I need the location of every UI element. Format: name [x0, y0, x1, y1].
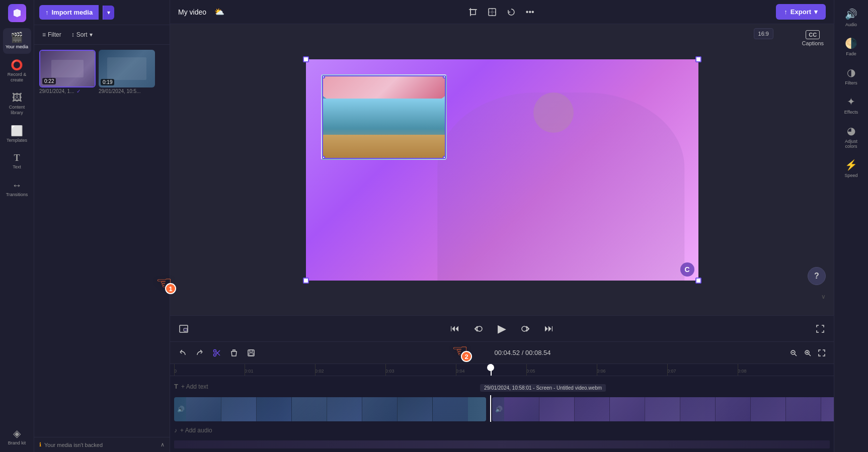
filters-panel-icon: ◑ — [847, 66, 855, 78]
crop-button[interactable] — [465, 5, 481, 20]
frame-2 — [221, 397, 257, 421]
cut-button[interactable] — [210, 346, 223, 359]
forward-button[interactable] — [517, 321, 533, 337]
right-panel-speed[interactable]: ⚡ Speed — [837, 155, 865, 182]
right-panel-audio[interactable]: 🔊 Audio — [837, 4, 865, 31]
undo-button[interactable] — [176, 346, 189, 359]
pip-image[interactable] — [321, 74, 447, 160]
player-left-controls — [176, 321, 191, 336]
aspect-ratio-button[interactable]: 16:9 — [754, 28, 773, 39]
zoom-out-button[interactable] — [787, 347, 800, 359]
project-title: My video — [178, 8, 206, 16]
redo-button[interactable] — [193, 346, 206, 359]
timeline-tracks: T + Add text 29/01/2024, 10:58:01 - Scre… — [170, 376, 834, 452]
app-logo[interactable] — [8, 4, 26, 22]
filter-label: Filter — [48, 31, 61, 38]
right-panel-fade[interactable]: 🌗 Fade — [837, 33, 865, 60]
effects-panel-icon: ✦ — [847, 96, 855, 108]
ruler-line-1 — [245, 364, 245, 376]
sidebar-item-transitions[interactable]: ↔ Transitions — [3, 176, 31, 202]
sidebar-item-templates[interactable]: ⬜ Templates — [3, 122, 31, 147]
filter-button[interactable]: ≡ Filter — [39, 29, 64, 40]
svg-line-21 — [795, 354, 797, 356]
media-panel: ↑ Import media ▾ ≡ Filter ↕ Sort ▾ — [34, 0, 170, 452]
sort-button[interactable]: ↕ Sort ▾ — [68, 29, 96, 40]
audio-panel-icon: 🔊 — [845, 8, 857, 20]
zoom-in-button[interactable] — [802, 347, 814, 359]
add-text-label: + Add text — [181, 383, 208, 390]
right-panel-adjust-colors[interactable]: ◕ Adjust colors — [837, 121, 865, 153]
frame-5 — [327, 397, 362, 421]
media-footer: ℹ Your media isn't backed ∧ — [34, 437, 170, 452]
export-button[interactable]: ↑ Export ▾ — [776, 4, 826, 20]
person-head — [533, 93, 574, 133]
expand-timeline-button[interactable] — [816, 347, 828, 359]
media-thumb-0[interactable]: 0:22 — [39, 50, 96, 87]
media-thumb-1[interactable]: 0:19 — [99, 50, 155, 87]
preview-controls: ••• — [465, 5, 537, 20]
right-panel-effects[interactable]: ✦ Effects — [837, 92, 865, 119]
delete-button[interactable] — [227, 346, 241, 359]
adjust-colors-panel-icon: ◕ — [847, 125, 855, 137]
speed-panel-icon: ⚡ — [845, 159, 857, 171]
effects-panel-label: Effects — [844, 110, 858, 115]
export-chevron-icon: ▾ — [814, 8, 818, 16]
canvas-handle-tr[interactable] — [695, 56, 701, 62]
video-track-right[interactable]: 🔊 — [492, 397, 834, 421]
frame-3 — [257, 397, 292, 421]
warning-icon: ℹ — [39, 441, 41, 448]
video-track-left[interactable]: 🔊 — [174, 397, 486, 421]
save-button[interactable] — [245, 346, 258, 359]
right-panel-filters[interactable]: ◑ Filters — [837, 62, 865, 89]
skip-forward-button[interactable]: ⏭ — [541, 320, 557, 337]
ruler-mark-1: 0:01 — [245, 369, 254, 374]
add-text-button[interactable]: T + Add text — [170, 379, 212, 394]
help-button[interactable]: ? — [808, 267, 826, 285]
captions-icon: CC — [806, 30, 820, 39]
ruler-line-8 — [738, 364, 738, 376]
import-dropdown-button[interactable]: ▾ — [103, 6, 114, 20]
frame-6 — [362, 397, 398, 421]
import-media-button[interactable]: ↑ Import media — [39, 5, 99, 20]
person-area — [424, 59, 698, 281]
cloud-sync-button[interactable]: ⛅ — [212, 5, 226, 19]
more-options-button[interactable]: ••• — [523, 5, 537, 20]
sidebar-item-record-create[interactable]: ⭕ Record & create — [3, 56, 31, 87]
sidebar-item-your-media[interactable]: 🎬 Your media — [3, 28, 31, 54]
ruler-mark-8: 0:08 — [738, 369, 747, 374]
media-item-1: 0:19 29/01/2024, 10:5... — [99, 50, 155, 432]
resize-button[interactable] — [485, 5, 500, 20]
export-icon: ↑ — [784, 8, 787, 16]
play-pause-button[interactable]: ▶ — [495, 319, 509, 338]
rotate-button[interactable] — [504, 5, 519, 20]
rewind-button[interactable] — [470, 321, 487, 337]
adjust-colors-panel-label: Adjust colors — [839, 139, 863, 149]
media-warning-text: Your media isn't backed — [44, 442, 103, 448]
sort-chevron-icon: ▾ — [90, 31, 93, 38]
svg-point-9 — [522, 326, 527, 331]
canvas-handle-br[interactable] — [695, 278, 701, 284]
music-track-icon: ♪ — [174, 427, 177, 434]
add-audio-button[interactable]: ♪ + Add audio — [170, 423, 216, 438]
sidebar-item-text[interactable]: T Text — [3, 149, 31, 174]
sidebar-item-content-library[interactable]: 🖼 Content library — [3, 88, 31, 120]
sidebar-label-content-library: Content library — [5, 105, 29, 116]
rframe-5 — [645, 397, 680, 421]
sidebar-label-your-media: Your media — [6, 44, 28, 50]
pip-button[interactable] — [176, 321, 191, 336]
skip-back-button[interactable]: ⏮ — [447, 320, 462, 337]
player-controls: Split S ⏮ ▶ ⏭ — [170, 315, 834, 341]
svg-line-24 — [809, 354, 811, 356]
canvas-handle-tl[interactable] — [303, 56, 309, 62]
aspect-ratio-label: 16:9 — [758, 31, 769, 37]
fullscreen-button[interactable] — [813, 321, 828, 336]
ruler-playhead-dot — [487, 364, 494, 371]
video-track-row: 29/01/2024, 10:58:01 - Screen - Untitled… — [170, 395, 834, 422]
ruler-mark-6: 0:06 — [597, 369, 606, 374]
panel-chevron-down[interactable]: ∨ — [821, 293, 826, 300]
sidebar-item-brand-kit[interactable]: ◈ Brand kit — [3, 424, 31, 450]
export-label: Export — [791, 8, 811, 16]
canvas-handle-bl[interactable] — [303, 278, 309, 284]
your-media-icon: 🎬 — [11, 32, 23, 42]
captions-button[interactable]: CC Captions — [798, 28, 828, 48]
